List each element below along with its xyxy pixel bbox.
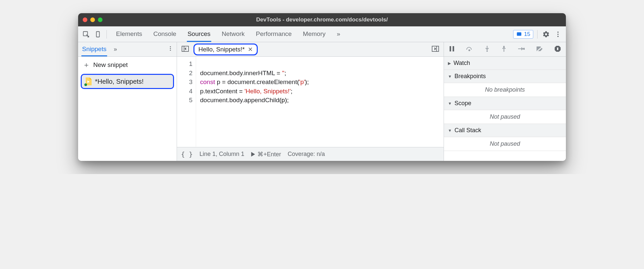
- snippet-item-label: *Hello, Snippets!: [95, 78, 144, 85]
- svg-point-5: [557, 36, 559, 37]
- debugger-toolbar: [444, 42, 566, 57]
- line-gutter: 12345: [177, 57, 196, 147]
- sources-body: Snippets » ＋ New snippet *Hello, Snippet…: [78, 42, 566, 161]
- breakpoints-body: No breakpoints: [444, 83, 566, 97]
- breakpoints-label: Breakpoints: [454, 73, 486, 80]
- snippet-file-icon: [85, 77, 92, 85]
- maximize-window-button[interactable]: [98, 17, 102, 22]
- inspect-icon[interactable]: [81, 30, 91, 39]
- editor-tabstrip: Hello, Snippets!* ✕: [177, 42, 444, 57]
- traffic-lights: [83, 17, 102, 22]
- pause-icon[interactable]: [447, 45, 456, 54]
- svg-point-4: [557, 34, 559, 35]
- issues-button[interactable]: 15: [513, 30, 533, 39]
- pretty-print-icon[interactable]: { }: [181, 150, 193, 158]
- close-tab-icon[interactable]: ✕: [248, 46, 253, 53]
- scope-label: Scope: [454, 100, 471, 107]
- svg-rect-1: [96, 31, 99, 37]
- plus-icon: ＋: [83, 60, 90, 70]
- tab-memory[interactable]: Memory: [302, 27, 326, 42]
- settings-icon[interactable]: [542, 30, 551, 39]
- svg-point-15: [469, 49, 470, 51]
- scope-section-header[interactable]: ▼ Scope: [444, 97, 566, 110]
- minimize-window-button[interactable]: [90, 17, 95, 22]
- editor-file-tab[interactable]: Hello, Snippets!* ✕: [193, 44, 258, 55]
- step-over-icon[interactable]: [464, 45, 475, 54]
- unsaved-indicator-icon: [84, 83, 87, 86]
- collapse-triangle-icon: ▼: [448, 101, 452, 106]
- expand-triangle-icon: ▶: [448, 61, 451, 66]
- collapse-triangle-icon: ▼: [448, 128, 452, 133]
- navigator-menu-icon[interactable]: [167, 45, 173, 53]
- step-into-icon[interactable]: [483, 45, 492, 54]
- devtools-window: DevTools - developer.chrome.com/docs/dev…: [78, 13, 566, 161]
- editor-status-bar: { } Line 1, Column 1 ⌘+Enter Coverage: n…: [177, 147, 444, 161]
- deactivate-breakpoints-icon[interactable]: [535, 45, 545, 54]
- device-toggle-icon[interactable]: [93, 30, 102, 39]
- toolbar-divider: [106, 30, 107, 39]
- callstack-label: Call Stack: [454, 127, 481, 134]
- toggle-navigator-icon[interactable]: [179, 45, 191, 54]
- breakpoints-section-header[interactable]: ▼ Breakpoints: [444, 70, 566, 83]
- svg-rect-13: [450, 46, 451, 51]
- kebab-menu-icon[interactable]: [553, 30, 563, 39]
- snippets-pane: Snippets » ＋ New snippet *Hello, Snippet…: [78, 42, 177, 161]
- svg-rect-2: [517, 32, 521, 36]
- close-window-button[interactable]: [83, 17, 87, 22]
- new-snippet-button[interactable]: ＋ New snippet: [78, 57, 177, 73]
- run-snippet-button[interactable]: ⌘+Enter: [251, 151, 281, 158]
- navigator-overflow-icon[interactable]: »: [112, 44, 119, 55]
- step-icon[interactable]: [516, 45, 527, 54]
- toolbar-divider: [537, 30, 538, 39]
- svg-rect-20: [557, 47, 558, 50]
- snippet-list-item[interactable]: *Hello, Snippets!: [81, 74, 174, 89]
- watch-section-header[interactable]: ▶ Watch: [444, 57, 566, 70]
- debugger-pane: ▶ Watch ▼ Breakpoints No breakpoints ▼ S…: [444, 42, 566, 161]
- collapse-triangle-icon: ▼: [448, 74, 452, 79]
- tab-elements[interactable]: Elements: [115, 27, 143, 42]
- code-editor[interactable]: 12345 document.body.innerHTML = ''; cons…: [177, 57, 444, 147]
- svg-point-3: [557, 31, 559, 33]
- svg-point-6: [170, 46, 171, 47]
- cursor-position: Line 1, Column 1: [199, 151, 244, 158]
- panel-overflow-icon[interactable]: »: [336, 27, 341, 42]
- tab-console[interactable]: Console: [153, 27, 177, 42]
- snippets-pane-header: Snippets »: [78, 42, 177, 57]
- callstack-section-header[interactable]: ▼ Call Stack: [444, 124, 566, 137]
- svg-point-16: [486, 50, 488, 52]
- svg-point-7: [170, 48, 171, 49]
- tab-sources[interactable]: Sources: [187, 27, 211, 42]
- tab-network[interactable]: Network: [221, 27, 246, 42]
- new-snippet-label: New snippet: [93, 61, 128, 69]
- svg-point-17: [503, 46, 505, 47]
- pause-on-exceptions-icon[interactable]: [553, 45, 563, 54]
- run-hint: ⌘+Enter: [257, 151, 281, 158]
- svg-rect-14: [453, 46, 454, 51]
- main-toolbar: Elements Console Sources Network Perform…: [78, 26, 566, 42]
- editor-pane: Hello, Snippets!* ✕ 12345 document.body.…: [177, 42, 444, 161]
- editor-tab-label: Hello, Snippets!*: [198, 46, 245, 53]
- scope-body: Not paused: [444, 110, 566, 124]
- svg-point-8: [170, 50, 171, 51]
- callstack-body: Not paused: [444, 137, 566, 151]
- watch-label: Watch: [454, 60, 470, 67]
- step-out-icon[interactable]: [499, 45, 509, 54]
- issues-count: 15: [524, 31, 530, 38]
- panel-tabs: Elements Console Sources Network Perform…: [115, 27, 341, 42]
- snippets-tab[interactable]: Snippets: [81, 43, 107, 56]
- svg-point-18: [523, 48, 525, 49]
- coverage-status: Coverage: n/a: [288, 151, 325, 158]
- window-title: DevTools - developer.chrome.com/docs/dev…: [78, 16, 566, 23]
- toggle-debugger-icon[interactable]: [429, 45, 442, 54]
- title-bar: DevTools - developer.chrome.com/docs/dev…: [78, 13, 566, 26]
- tab-performance[interactable]: Performance: [255, 27, 292, 42]
- code-content: document.body.innerHTML = ''; const p = …: [196, 57, 313, 147]
